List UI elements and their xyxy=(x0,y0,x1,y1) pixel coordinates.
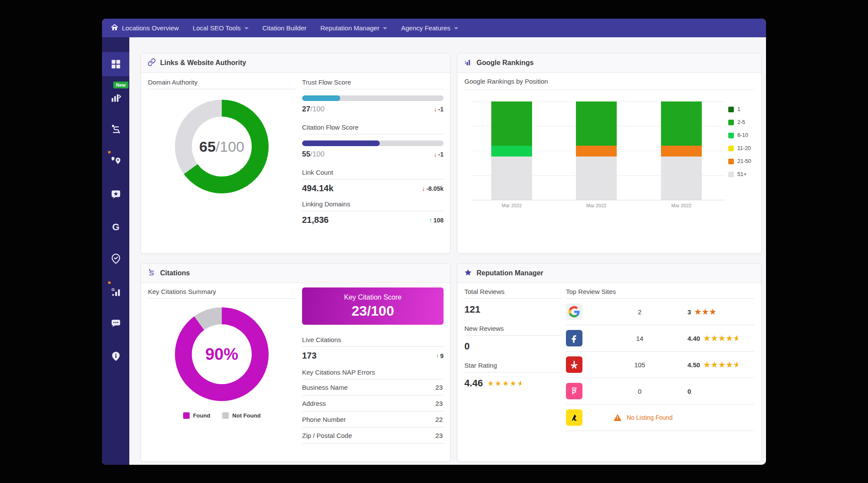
yelp-logo-icon[interactable] xyxy=(566,356,582,373)
bar-segment-6-10 xyxy=(491,146,532,157)
domain-authority-score: 65/100 xyxy=(199,138,244,155)
top-navbar: Locations Overview Local SEO Tools Citat… xyxy=(102,19,766,37)
bar-segment-21-50 xyxy=(661,146,702,157)
key-citation-score-box: Key Citation Score 23/100 xyxy=(302,287,444,325)
citations-metrics-column: Key Citation Score 23/100 Live Citations… xyxy=(302,287,444,444)
citation-flow-metric: Citation Flow Score 55/100 ↓-1 xyxy=(302,124,444,159)
sidebar-item-info[interactable] xyxy=(102,344,129,369)
trust-flow-bar xyxy=(302,95,444,101)
sidebar-item-rankings[interactable] xyxy=(102,85,129,110)
facebook-logo-icon[interactable] xyxy=(566,330,582,346)
google-bars-icon: G xyxy=(110,286,122,297)
rankings-bar xyxy=(491,101,532,200)
sidebar: New G xyxy=(102,37,129,465)
panel-header: Google Rankings xyxy=(457,53,761,73)
home-icon xyxy=(111,23,118,33)
live-citations-metric: Live Citations 173 ↑9 xyxy=(302,336,444,361)
table-row: Phone Number22 xyxy=(302,411,444,428)
live-citations-label: Live Citations xyxy=(302,336,444,347)
warning-icon xyxy=(614,414,621,421)
live-citations-delta: ↑9 xyxy=(436,352,444,359)
sidebar-item-reviews[interactable] xyxy=(102,182,129,206)
legend-item: 51+ xyxy=(728,171,751,177)
citations-found-percent: 90% xyxy=(205,345,238,364)
svg-text:G: G xyxy=(112,222,119,232)
new-reviews-label: New Reviews xyxy=(464,325,562,336)
sidebar-item-citations[interactable] xyxy=(102,117,129,141)
found-swatch xyxy=(183,412,190,419)
sidebar-item-messages[interactable] xyxy=(102,311,129,335)
bar-segment-51+ xyxy=(491,157,532,200)
pin-check-icon xyxy=(110,253,122,264)
nav-label: Agency Features xyxy=(401,24,450,32)
panel-title: Citations xyxy=(160,269,190,277)
rankings-chart-plot xyxy=(471,101,725,200)
rankings-bar xyxy=(576,101,617,200)
citations-donut-legend: Found Not Found xyxy=(148,412,296,419)
nav-citation-builder[interactable]: Citation Builder xyxy=(263,24,307,32)
google-logo-icon[interactable] xyxy=(566,304,582,320)
panel-links-website-authority: Links & Website Authority Domain Authori… xyxy=(141,53,450,254)
new-reviews-metric: New Reviews 0 xyxy=(464,325,562,352)
sidebar-item-dashboard[interactable] xyxy=(102,52,129,76)
citation-flow-delta: ↓-1 xyxy=(434,151,444,158)
review-site-row-yelp: 105 4.50★★★★★ xyxy=(566,352,754,378)
trust-flow-delta: ↓-1 xyxy=(434,106,444,113)
bar-segment-51+ xyxy=(576,157,617,200)
link-count-metric: Link Count 494.14k ↓-8.05k xyxy=(302,169,444,193)
nav-reputation-manager[interactable]: Reputation Manager xyxy=(320,24,387,32)
legend-item: 1 xyxy=(728,106,751,112)
panel-title: Reputation Manager xyxy=(477,269,543,277)
review-site-row-google: 2 3★★★ xyxy=(566,299,754,325)
rankings-chart-legend: 12-56-1011-2021-5051+ xyxy=(728,106,751,184)
sidebar-item-google[interactable]: G xyxy=(102,215,129,239)
nap-errors-table: Key Citations NAP Errors Business Name23… xyxy=(302,369,444,444)
legend-item: 11-20 xyxy=(728,145,751,151)
chat-bubble-icon xyxy=(110,317,122,329)
route-icon xyxy=(110,124,122,135)
arrow-down-icon: ↓ xyxy=(434,106,437,113)
review-site-row-foursquare: 0 0 xyxy=(566,378,754,405)
sidebar-item-audit[interactable] xyxy=(102,247,129,271)
bar-segment-2-5 xyxy=(491,101,532,146)
review-count: 14 xyxy=(592,335,687,342)
link-count-label: Link Count xyxy=(302,169,444,179)
trust-flow-label: Trust Flow Score xyxy=(302,78,444,89)
sidebar-item-google-analytics[interactable]: G xyxy=(102,280,129,304)
nav-agency-features[interactable]: Agency Features xyxy=(401,24,458,32)
total-reviews-metric: Total Reviews 121 xyxy=(464,288,562,315)
review-rating: 3★★★ xyxy=(687,308,754,316)
yellowpages-logo-icon[interactable] xyxy=(566,409,582,426)
arrow-down-icon: ↓ xyxy=(434,151,437,158)
citation-flow-value: 55/100 xyxy=(302,150,325,159)
pin-info-icon xyxy=(110,351,122,362)
nav-locations-overview[interactable]: Locations Overview xyxy=(111,23,179,33)
review-site-row-facebook: 14 4.40★★★★★ xyxy=(566,325,754,352)
star-rating-stars: ★★★★★ xyxy=(487,380,521,387)
arrow-up-icon: ↑ xyxy=(429,217,432,224)
legend-item: 21-50 xyxy=(728,158,751,164)
key-citations-summary-label: Key Citations Summary xyxy=(148,288,296,299)
review-rating: 0 xyxy=(687,388,754,395)
bar-segment-2-5 xyxy=(661,101,702,146)
citations-route-icon xyxy=(148,268,156,278)
review-rating: 4.40★★★★★ xyxy=(687,335,754,342)
nav-label: Reputation Manager xyxy=(320,24,379,32)
citation-flow-bar xyxy=(302,140,444,146)
key-citations-summary-section: Key Citations Summary 90% Found Not Foun… xyxy=(148,288,296,419)
nav-local-seo-tools[interactable]: Local SEO Tools xyxy=(193,24,249,32)
table-row: Zip / Postal Code23 xyxy=(302,428,444,444)
sidebar-item-local-search[interactable] xyxy=(102,148,129,173)
foursquare-logo-icon[interactable] xyxy=(566,383,582,399)
screen: Locations Overview Local SEO Tools Citat… xyxy=(0,0,868,483)
nav-label: Locations Overview xyxy=(122,24,179,32)
citations-donut: 90% xyxy=(175,307,269,401)
panel-citations: Citations Key Citations Summary 90% Foun… xyxy=(141,263,450,462)
total-reviews-label: Total Reviews xyxy=(464,288,562,299)
live-citations-value: 173 xyxy=(302,351,316,361)
linking-domains-label: Linking Domains xyxy=(302,200,444,211)
panel-header: Reputation Manager xyxy=(457,264,761,283)
link-icon xyxy=(148,58,156,68)
app-window: Locations Overview Local SEO Tools Citat… xyxy=(102,19,766,465)
review-count: 0 xyxy=(592,388,687,395)
